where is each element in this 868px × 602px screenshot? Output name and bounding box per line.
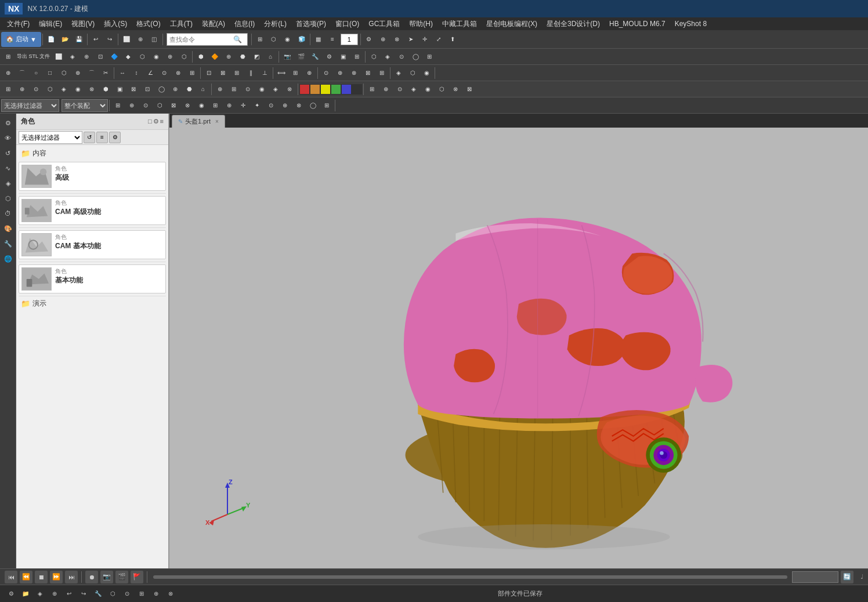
color-blue[interactable] [341, 84, 352, 95]
tb-btn-4[interactable]: ⬜ [120, 32, 133, 46]
tb3-s5[interactable]: ⊞ [375, 66, 389, 80]
folder-content[interactable]: 📁 内容 [19, 147, 166, 159]
tb5-9[interactable]: ⊕ [222, 99, 236, 113]
tb2-4[interactable]: ◈ [66, 50, 79, 64]
sidebar-palette-icon[interactable]: 🎨 [1, 222, 15, 235]
tb4-28[interactable]: ⬡ [435, 82, 449, 96]
tb5-5[interactable]: ⊠ [167, 99, 180, 113]
tb2-6[interactable]: ⊡ [93, 50, 107, 64]
tb-arrow-btn[interactable]: ➤ [404, 32, 418, 46]
tb2-cam3[interactable]: 🔧 [308, 50, 322, 64]
tb5-snap1[interactable]: ⊙ [264, 99, 278, 113]
tb-3d-btn[interactable]: 🧊 [295, 32, 309, 46]
tb5-11[interactable]: ✦ [250, 99, 264, 113]
status-icon-3[interactable]: ◈ [34, 588, 46, 600]
tb4-4[interactable]: ⬡ [43, 82, 57, 96]
menu-gctoolbox[interactable]: GC工具箱 [364, 18, 404, 30]
tb3-dim1[interactable]: ↔ [115, 66, 129, 80]
tb3-constraint4[interactable]: ∥ [244, 66, 258, 80]
tb3-offset[interactable]: ⊕ [302, 66, 316, 80]
tb-shade-btn[interactable]: ◉ [281, 32, 295, 46]
status-icon-10[interactable]: ⊞ [135, 588, 148, 600]
tb4-9[interactable]: ▣ [113, 82, 126, 96]
menu-xingchuang-pcb[interactable]: 星创电板编程(X) [482, 18, 542, 30]
tb5-6[interactable]: ⊗ [180, 99, 194, 113]
status-icon-9[interactable]: ⊙ [121, 588, 133, 600]
menu-keyshot[interactable]: KeyShot 8 [670, 19, 711, 29]
panel-extra-btn[interactable]: ⚙ [109, 132, 121, 143]
tb2-10[interactable]: ◉ [149, 50, 163, 64]
tb4-15[interactable]: ⌂ [196, 82, 210, 96]
menu-preferences[interactable]: 首选项(P) [291, 18, 331, 30]
tb2-cam4[interactable]: ⚙ [322, 50, 336, 64]
color-yellow[interactable] [320, 84, 331, 95]
tb3-constraint1[interactable]: ⊡ [202, 66, 216, 80]
color-black[interactable] [352, 84, 362, 95]
tb2-cam1[interactable]: 📷 [280, 50, 294, 64]
tb-grid-btn[interactable]: ⊞ [253, 32, 267, 46]
tb3-circle[interactable]: ○ [29, 66, 43, 80]
role-card-cam-basic[interactable]: 角色 CAM 基本功能 [19, 230, 166, 259]
tb3-array[interactable]: ⊞ [288, 66, 302, 80]
tb2-more4[interactable]: ◯ [408, 50, 422, 64]
tb3-point[interactable]: ⊕ [71, 66, 85, 80]
tab-helmet[interactable]: ✎ 头盔1.prt × [172, 115, 225, 128]
tb3-m3[interactable]: ◉ [419, 66, 433, 80]
tb2-18[interactable]: ⌂ [263, 50, 277, 64]
status-icon-4[interactable]: ⊕ [48, 588, 61, 600]
color-green[interactable] [331, 84, 341, 95]
tb4-16[interactable]: ⊕ [213, 82, 227, 96]
tb4-18[interactable]: ⊙ [241, 82, 255, 96]
tb5-2[interactable]: ⊕ [125, 99, 139, 113]
tb2-stl[interactable]: 导出 STL 文件 [15, 50, 52, 64]
tb4-3[interactable]: ⊙ [29, 82, 43, 96]
tb2-15[interactable]: ⊕ [222, 50, 236, 64]
tb3-constraint3[interactable]: ⊞ [230, 66, 244, 80]
viewport-3d[interactable]: Z Y X [169, 128, 868, 568]
sidebar-settings-icon[interactable]: ⚙ [1, 116, 15, 130]
tb5-10[interactable]: ✛ [236, 99, 250, 113]
tb3-trim[interactable]: ✂ [99, 66, 113, 80]
new-button[interactable]: 📄 [44, 32, 58, 46]
tb-setting-btn[interactable]: ⚙ [362, 32, 376, 46]
panel-filter-select[interactable]: 无选择过滤器 [19, 131, 82, 144]
tb3-constraint2[interactable]: ⊠ [216, 66, 230, 80]
start-button[interactable]: 🏠 启动 ▼ [1, 32, 41, 47]
tb5-4[interactable]: ⬡ [153, 99, 167, 113]
tb3-fillet[interactable]: ⌒ [85, 66, 99, 80]
tb4-29[interactable]: ⊗ [449, 82, 462, 96]
tb4-24[interactable]: ⊕ [379, 82, 393, 96]
tb2-12[interactable]: ⬡ [177, 50, 191, 64]
redo-button[interactable]: ↪ [103, 32, 117, 46]
tb4-23[interactable]: ⊞ [365, 82, 379, 96]
tb5-1[interactable]: ⊞ [111, 99, 125, 113]
tb-move-btn[interactable]: ✛ [418, 32, 432, 46]
panel-maximize-icon[interactable]: □ [148, 118, 152, 125]
menu-zhongcang[interactable]: 中藏工具箱 [437, 18, 482, 30]
timeline-input[interactable] [792, 571, 838, 583]
play-stop-btn[interactable]: ⏹ [35, 571, 48, 583]
menu-window[interactable]: 窗口(O) [331, 18, 364, 30]
tb4-17[interactable]: ⊞ [227, 82, 241, 96]
sidebar-globe-icon[interactable]: 🌐 [1, 252, 15, 266]
tb2-14[interactable]: 🔶 [208, 50, 222, 64]
open-button[interactable]: 📂 [58, 32, 72, 46]
menu-insert[interactable]: 插入(S) [99, 18, 132, 30]
tb4-27[interactable]: ◉ [421, 82, 435, 96]
play-first-btn[interactable]: ⏮ [5, 571, 17, 583]
tb5-snap5[interactable]: ⊞ [320, 99, 334, 113]
menu-info[interactable]: 信息(I) [230, 18, 259, 30]
tb3-rect[interactable]: □ [43, 66, 57, 80]
sidebar-curve-icon[interactable]: ∿ [1, 161, 15, 175]
tb5-7[interactable]: ◉ [194, 99, 208, 113]
tb-render-btn[interactable]: ▦ [312, 32, 326, 46]
tb2-9[interactable]: ⬡ [135, 50, 149, 64]
menu-file[interactable]: 文件(F) [2, 18, 34, 30]
tb3-poly[interactable]: ⬡ [57, 66, 71, 80]
menu-edit[interactable]: 编辑(E) [34, 18, 67, 30]
color-red[interactable] [299, 84, 310, 95]
menu-format[interactable]: 格式(O) [132, 18, 165, 30]
undo-button[interactable]: ↩ [89, 32, 103, 46]
assembly-select[interactable]: 整个装配 [62, 99, 108, 112]
menu-analysis[interactable]: 分析(L) [259, 18, 291, 30]
